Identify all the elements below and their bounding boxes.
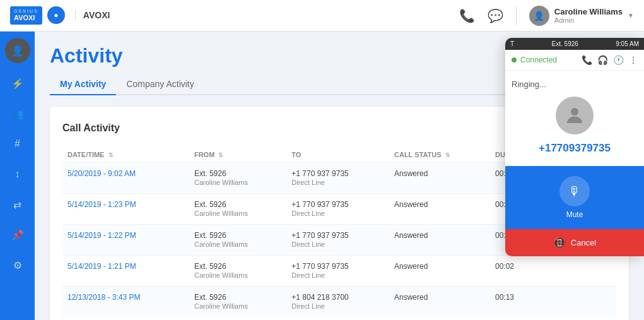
sidebar-avatar[interactable]: 👤 — [5, 38, 30, 63]
headset-icon[interactable]: 🎧 — [597, 55, 608, 65]
sidebar-item-pin[interactable]: 📌 — [5, 222, 30, 247]
col-to: TO — [286, 147, 389, 163]
navbar-right: 📞 💬 👤 Caroline Williams Admin ▼ — [459, 6, 634, 26]
table-row: 5/14/2019 - 1:21 PM Ext. 5926Caroline Wi… — [62, 256, 616, 287]
phone-icon[interactable]: 📞 — [582, 55, 592, 65]
card-title: Call Activity — [62, 122, 120, 134]
sidebar-item-users[interactable]: 👥 — [5, 101, 30, 126]
cell-disposition — [561, 287, 616, 317]
cell-status: Answered — [389, 225, 490, 256]
connected-text: Connected — [520, 56, 578, 64]
sidebar-item-hash[interactable]: # — [5, 131, 30, 157]
phone-nav-icon[interactable]: 📞 — [459, 8, 475, 23]
brand-label: AVOXI — [75, 10, 110, 20]
sort-icon-status: ⇅ — [445, 152, 450, 158]
phone-widget: T Ext. 5926 9:05 AM Connected 📞 🎧 🕐 ⋮ Ri… — [505, 38, 644, 256]
phone-number: +17709379735 — [539, 142, 611, 155]
col-status: CALL STATUS ⇅ — [389, 147, 490, 163]
user-name: Caroline Williams — [554, 7, 623, 16]
phone-status-left: T — [510, 40, 514, 47]
cell-to: +1 770 937 9735Direct Line — [286, 194, 389, 225]
logo-icon: ● — [47, 6, 65, 24]
cell-datetime: 12/13/2018 - 3:43 PM — [62, 287, 189, 317]
sidebar: 👤 ⚡ 👥 # ↕ ⇄ 📌 ⚙ — [0, 32, 35, 320]
phone-time: 9:05 AM — [616, 40, 639, 47]
phone-blue-section: 🎙 Mute — [505, 166, 644, 229]
avatar: 👤 — [529, 6, 549, 26]
cell-from: Ext. 5926Caroline Williams — [189, 194, 286, 225]
ringing-text: Ringing... — [512, 80, 546, 89]
tab-company-activity[interactable]: Company Activity — [116, 74, 204, 95]
chevron-down-icon: ▼ — [628, 12, 634, 19]
cell-status: Answered — [389, 287, 490, 317]
user-role: Admin — [554, 16, 623, 24]
cell-from: Ext. 5926Caroline Williams — [189, 287, 286, 317]
cell-from: Ext. 5926Caroline Williams — [189, 163, 286, 194]
navbar: GENIUS AVOXI ● AVOXI 📞 💬 👤 Caroline Will… — [0, 0, 644, 32]
cell-datetime: 5/14/2019 - 1:23 PM — [62, 194, 189, 225]
cell-to: +1 770 937 9735Direct Line — [286, 225, 389, 256]
phone-controls: 📞 🎧 🕐 ⋮ — [582, 55, 638, 65]
sort-icon-from: ⇅ — [218, 152, 223, 158]
cell-duration: 00:13 — [490, 287, 561, 317]
connected-dot — [512, 57, 517, 62]
carrier-icon: T — [510, 40, 514, 47]
phone-body: Ringing... +17709379735 — [505, 71, 644, 166]
cell-duration: 00:02 — [490, 256, 561, 287]
contact-silhouette-icon — [563, 104, 586, 127]
table-row: 12/13/2018 - 3:43 PM Ext. 5926Caroline W… — [62, 287, 616, 317]
message-nav-icon[interactable]: 💬 — [488, 8, 503, 23]
cell-datetime: 5/14/2019 - 1:21 PM — [62, 256, 189, 287]
col-from: FROM ⇅ — [189, 147, 286, 163]
logo-sub: GENIUS — [14, 9, 38, 14]
user-menu[interactable]: 👤 Caroline Williams Admin ▼ — [529, 6, 634, 26]
cell-status: Answered — [389, 163, 490, 194]
clock-icon[interactable]: 🕐 — [613, 55, 624, 65]
phone-ext: Ext. 5926 — [552, 40, 578, 47]
sidebar-item-shuffle[interactable]: ⇄ — [5, 192, 30, 217]
sidebar-item-lightning[interactable]: ⚡ — [5, 71, 30, 96]
cell-datetime: 5/14/2019 - 1:22 PM — [62, 225, 189, 256]
cell-disposition — [561, 256, 616, 287]
cell-datetime: 5/20/2019 - 9:02 AM — [62, 163, 189, 194]
cancel-label: Cancel — [571, 238, 596, 247]
microphone-icon: 🎙 — [568, 184, 581, 199]
cell-from: Ext. 5926Caroline Williams — [189, 256, 286, 287]
end-call-icon: 📵 — [553, 237, 566, 249]
cell-from: Ext. 5926Caroline Williams — [189, 225, 286, 256]
tab-my-activity[interactable]: My Activity — [50, 74, 116, 95]
mute-button[interactable]: 🎙 — [559, 176, 590, 206]
user-details: Caroline Williams Admin — [554, 7, 623, 24]
cell-to: +1 804 218 3700Direct Line — [286, 287, 389, 317]
cell-to: +1 770 937 9735Direct Line — [286, 256, 389, 287]
cell-status: Answered — [389, 256, 490, 287]
cell-to: +1 770 937 9735Direct Line — [286, 163, 389, 194]
sort-icon-datetime: ⇅ — [108, 152, 114, 158]
col-datetime: DATE/TIME ⇅ — [62, 147, 189, 163]
phone-connected-bar: Connected 📞 🎧 🕐 ⋮ — [505, 50, 644, 71]
contact-avatar — [556, 97, 594, 134]
sidebar-item-settings[interactable]: ⚙ — [5, 252, 30, 278]
svg-point-0 — [571, 108, 578, 116]
phone-status-bar: T Ext. 5926 9:05 AM — [505, 38, 644, 50]
cancel-button[interactable]: 📵 Cancel — [505, 229, 644, 256]
mute-label: Mute — [566, 210, 583, 219]
cell-status: Answered — [389, 194, 490, 225]
more-icon[interactable]: ⋮ — [629, 55, 638, 65]
nav-divider — [516, 6, 517, 25]
sidebar-item-flow[interactable]: ↕ — [5, 162, 30, 187]
logo: GENIUS AVOXI ● AVOXI — [10, 6, 110, 25]
logo-text: GENIUS AVOXI — [10, 6, 42, 25]
